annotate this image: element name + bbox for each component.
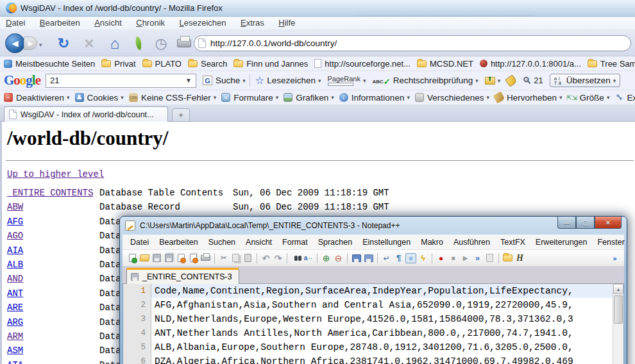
highlighter-icon[interactable] [505, 74, 518, 87]
npp-menu-help[interactable]: ? [630, 236, 635, 248]
vertical-scrollbar[interactable]: ▲ [613, 284, 623, 364]
editor-tab[interactable]: _ENTIRE_CONTENTS-3 [126, 268, 239, 284]
paste-icon[interactable] [242, 253, 253, 263]
npp-menu-erweiterungen[interactable]: Erweiterungen [530, 236, 593, 248]
search-dropdown-icon[interactable]: ▼ [185, 77, 192, 84]
bookmark-most-visited[interactable]: Meistbesuchte Seiten [4, 59, 95, 69]
tab-wsgidav[interactable]: WsgiDAV - Index of /world-db/count... [4, 106, 168, 122]
stop-macro-icon[interactable]: ■ [448, 253, 459, 263]
bookmark-folder-tree-samples[interactable]: Tree Samples [588, 59, 635, 69]
entry-link[interactable]: AIA [7, 245, 23, 256]
google-search-button[interactable]: GSuche▾ [203, 76, 246, 85]
clock-icon[interactable]: ◷ [153, 35, 169, 52]
webdev-information-button[interactable]: iInformationen▾ [339, 93, 410, 103]
webdev-resize-button[interactable]: ⇱⇲Größe▾ [568, 93, 610, 103]
forward-icon[interactable]: ▶ [24, 37, 37, 50]
new-tab-button[interactable]: + [172, 108, 190, 122]
zoom-out-icon[interactable]: ⊖ [333, 253, 344, 263]
webdev-cookies-button[interactable]: 👤︎Cookies▾ [75, 93, 124, 103]
print-icon[interactable] [200, 253, 211, 263]
print-icon[interactable] [177, 39, 191, 47]
send-to-icon[interactable] [485, 77, 495, 85]
entry-link[interactable]: ATA [7, 360, 23, 364]
webdev-images-button[interactable]: Grafiken▾ [284, 93, 334, 103]
up-to-higher-level-link[interactable]: Up to higher level [7, 169, 104, 179]
zoom-in-icon[interactable]: ⊕ [321, 253, 332, 263]
indent-guide-icon[interactable]: ≡ [405, 253, 416, 263]
webdev-miscellaneous-button[interactable]: Verschiedenes▾ [415, 93, 489, 103]
record-macro-icon[interactable]: ● [436, 253, 446, 263]
close-button[interactable]: ✕ [595, 217, 622, 229]
npp-menu-suchen[interactable]: Suchen [203, 236, 241, 248]
scrollbar-thumb[interactable] [614, 295, 623, 324]
play-macro-icon[interactable]: ▶ [460, 253, 471, 263]
redo-icon[interactable]: ↷ [273, 253, 284, 263]
npp-menu-format[interactable]: Format [277, 236, 313, 248]
npp-menu-fenster[interactable]: Fenster [592, 236, 629, 248]
google-search-input[interactable]: 21▼ [46, 74, 196, 88]
entry-link[interactable]: ABW [7, 202, 23, 212]
entry-link[interactable]: ANT [7, 288, 23, 299]
find-replace-icon[interactable]: a↔ [303, 253, 314, 263]
open-icon[interactable] [139, 253, 150, 263]
npp-menu-einstellungen[interactable]: Einstellungen [357, 236, 416, 248]
home-icon[interactable]: ⌂ [106, 35, 123, 52]
notepadpp-titlebar[interactable]: C:\Users\Martin\AppData\Local\Temp\_ENTI… [120, 217, 627, 235]
entry-link[interactable]: AGO [7, 231, 23, 241]
reload-icon[interactable]: ↻ [55, 35, 72, 52]
npp-menu-ausfuehren[interactable]: Ausführen [448, 236, 495, 248]
open-folder-icon[interactable] [502, 253, 513, 263]
leaf-extension-icon[interactable] [133, 37, 144, 51]
bookmark-folder-search[interactable]: Search [188, 59, 227, 69]
spellcheck-button[interactable]: ABCRechtschreibprüfung▾ [372, 76, 478, 85]
npp-menu-sprachen[interactable]: Sprachen [313, 236, 358, 248]
restore-button[interactable]: ▢ [576, 217, 595, 229]
more-buttons-icon[interactable]: » [609, 253, 620, 263]
code-area[interactable]: Code,Name,Continent,Region,SurfaceArea,I… [151, 284, 613, 364]
bookmark-folder-finn[interactable]: Finn und Jannes [233, 59, 308, 69]
entry-link[interactable]: ARM [7, 331, 23, 342]
pagerank-widget[interactable]: PageRank [328, 75, 360, 86]
npp-menu-ansicht[interactable]: Ansicht [241, 236, 277, 248]
webdev-forms-button[interactable]: ≡Formulare▾ [221, 93, 278, 103]
webdev-tools-button[interactable]: 🔧︎Extras▾ [614, 93, 635, 103]
npp-menu-textfx[interactable]: TextFX [495, 236, 530, 248]
menu-lesezeichen[interactable]: Lesezeichen [174, 17, 232, 29]
copy-icon[interactable] [230, 253, 241, 263]
find-icon[interactable] [291, 253, 301, 263]
entry-link[interactable]: ASM [7, 345, 23, 356]
menu-extras[interactable]: Extras [235, 17, 270, 29]
npp-menu-makro[interactable]: Makro [416, 236, 448, 248]
menu-hilfe[interactable]: Hilfe [273, 17, 301, 29]
menu-ansicht[interactable]: Ansicht [89, 17, 128, 29]
word-wrap-icon[interactable]: ↵ [381, 253, 392, 263]
webdev-css-button[interactable]: CSSKeine CSS-Fehler▾ [129, 93, 216, 103]
editor-area[interactable]: 1 2 3 4 5 6 Code,Name,Continent,Region,S… [123, 284, 624, 364]
entry-link[interactable]: ALB [7, 260, 23, 270]
save-icon[interactable] [151, 253, 162, 263]
scroll-up-icon[interactable]: ▲ [613, 284, 623, 294]
view-html-icon[interactable]: H [514, 253, 525, 263]
stop-icon[interactable]: ✕ [81, 35, 97, 52]
bookmark-folder-plato[interactable]: PLATO [142, 59, 182, 69]
menu-bearbeiten[interactable]: Bearbeiten [34, 17, 86, 29]
entry-link[interactable]: AFG [7, 217, 23, 227]
webdev-disable-button[interactable]: −Deaktivieren▾ [4, 93, 70, 103]
entry-link[interactable]: ARE [7, 302, 23, 313]
bookmark-folder-mcsd[interactable]: MCSD.NET [417, 59, 473, 69]
entry-link[interactable]: AND [7, 274, 23, 284]
entry-link[interactable]: ARG [7, 317, 23, 327]
entry-link[interactable]: _ENTIRE_CONTENTS [7, 188, 93, 198]
sync-vertical-icon[interactable] [351, 253, 362, 263]
url-text[interactable]: http://127.0.0.1/world-db/country/ [210, 38, 337, 48]
npp-menu-datei[interactable]: Datei [125, 236, 154, 248]
bookmark-sourceforge[interactable]: http://sourceforge.net... [314, 59, 411, 69]
function-completion-icon[interactable]: ϟ [418, 253, 428, 263]
sync-horizontal-icon[interactable] [363, 253, 374, 263]
send-to-dropdown-icon[interactable]: ▾ [498, 78, 501, 84]
show-all-characters-icon[interactable]: ¶ [393, 253, 404, 263]
close-all-icon[interactable] [188, 253, 199, 263]
webdev-outline-button[interactable]: Hervorheben▾ [495, 93, 563, 103]
new-file-icon[interactable] [127, 253, 138, 263]
npp-menu-bearbeiten[interactable]: Bearbeiten [154, 236, 203, 248]
